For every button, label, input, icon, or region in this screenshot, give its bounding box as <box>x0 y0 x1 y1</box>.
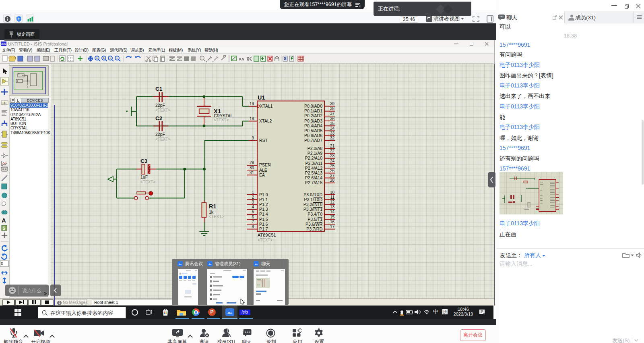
svg-text:S: S <box>284 56 287 61</box>
svg-text:A: A <box>2 217 6 224</box>
svg-text:LBL: LBL <box>2 102 8 105</box>
svg-text:S: S <box>3 226 6 231</box>
svg-text:0: 0 <box>1 261 3 266</box>
